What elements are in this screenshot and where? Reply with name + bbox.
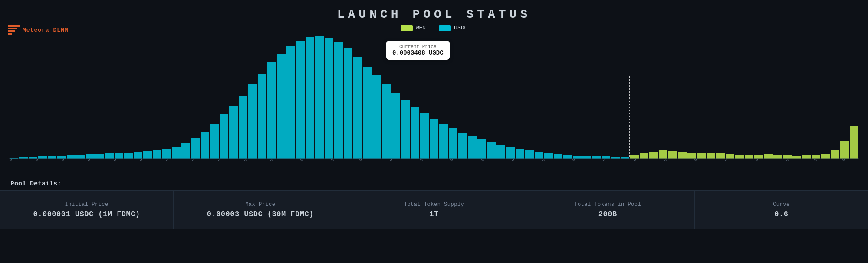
- svg-rect-20: [162, 149, 171, 159]
- svg-rect-40: [353, 57, 362, 159]
- svg-rect-48: [430, 119, 438, 159]
- svg-rect-27: [229, 106, 238, 159]
- max-price-label: Max Price: [245, 201, 275, 208]
- svg-rect-58: [525, 150, 534, 159]
- svg-rect-37: [325, 38, 333, 159]
- svg-rect-91: [840, 141, 849, 159]
- svg-rect-90: [831, 150, 839, 159]
- x-label-19: 0.0003765: [541, 159, 556, 162]
- svg-rect-56: [506, 147, 515, 159]
- tokens-in-pool-label: Total Tokens in Pool: [574, 201, 641, 208]
- x-label-25: 0.0008684: [724, 159, 739, 162]
- svg-rect-28: [239, 96, 247, 159]
- x-label-2: 0.0·353: [61, 159, 73, 162]
- x-label-0: 0.0·267: [9, 159, 21, 162]
- svg-rect-42: [372, 75, 381, 159]
- svg-rect-54: [487, 142, 496, 159]
- pool-detail-tokens-in-pool: Total Tokens in Pool 200B: [521, 191, 695, 229]
- svg-rect-18: [143, 151, 152, 159]
- pool-details-heading: Pool Details:: [0, 180, 868, 188]
- svg-rect-22: [181, 143, 190, 159]
- svg-rect-30: [258, 74, 266, 159]
- pool-detail-curve: Curve 0.6: [695, 191, 868, 229]
- svg-rect-33: [286, 46, 295, 159]
- legend-color-usdc: [439, 25, 451, 31]
- x-label-15: 0.0002156: [419, 159, 434, 162]
- svg-rect-78: [716, 153, 725, 159]
- total-supply-value: 1T: [429, 210, 438, 218]
- svg-rect-32: [277, 54, 286, 159]
- svg-rect-38: [334, 42, 343, 159]
- x-label-20: 0.0004327: [572, 159, 587, 162]
- svg-rect-13: [95, 154, 104, 159]
- x-label-13: 0.0001632: [358, 159, 374, 162]
- x-label-16: 0.0002479: [450, 159, 465, 162]
- page-title: LAUNCH POOL STATUS: [0, 0, 868, 25]
- x-label-7: 0.0·707: [191, 159, 204, 162]
- svg-rect-72: [659, 150, 667, 159]
- x-label-5: 0.0·535: [139, 159, 151, 162]
- svg-rect-60: [544, 153, 553, 159]
- pool-details-bar: Initial Price 0.000001 USDC (1M FDMC) Ma…: [0, 190, 868, 229]
- svg-rect-16: [124, 153, 133, 159]
- svg-rect-21: [172, 147, 181, 159]
- svg-rect-53: [477, 139, 486, 159]
- x-label-3: 0.0·405: [87, 159, 99, 162]
- chart-legend: WEN USDC: [0, 25, 868, 31]
- chart-area: Current Price 0.0003408 USDC: [9, 33, 859, 159]
- total-supply-label: Total Token Supply: [404, 201, 464, 208]
- svg-rect-34: [296, 41, 305, 159]
- svg-rect-55: [496, 145, 505, 159]
- svg-rect-59: [535, 152, 543, 159]
- svg-rect-0: [8, 25, 20, 27]
- curve-value: 0.6: [774, 210, 788, 218]
- svg-rect-77: [707, 153, 715, 159]
- svg-rect-75: [687, 153, 696, 159]
- usdc-bars: [10, 36, 629, 159]
- svg-rect-35: [306, 37, 314, 159]
- svg-rect-46: [411, 107, 419, 159]
- x-label-23: 0.0006572: [663, 159, 678, 162]
- wen-bars: [630, 126, 858, 159]
- x-axis-labels: 0.0·267 0.0·307 0.0·353 0.0·405 0.0·466 …: [9, 159, 859, 179]
- svg-rect-25: [210, 124, 219, 159]
- pool-detail-max-price: Max Price 0.00003 USDC (30M FDMC): [174, 191, 347, 229]
- svg-rect-47: [420, 113, 429, 159]
- legend-item-wen: WEN: [401, 25, 426, 31]
- legend-color-wen: [401, 25, 413, 31]
- svg-rect-70: [640, 153, 648, 159]
- x-label-21: 0.0004974: [602, 159, 617, 162]
- x-label-12: 0.000142: [330, 159, 344, 162]
- svg-rect-74: [678, 152, 687, 159]
- svg-rect-43: [382, 84, 391, 159]
- svg-rect-26: [220, 114, 228, 159]
- svg-rect-57: [516, 149, 524, 159]
- legend-item-usdc: USDC: [439, 25, 467, 31]
- svg-rect-71: [649, 152, 658, 159]
- pool-detail-initial-price: Initial Price 0.000001 USDC (1M FDMC): [0, 191, 174, 229]
- x-label-28: 0.001319: [813, 159, 827, 162]
- page-container: LAUNCH POOL STATUS Meteora DLMM WEN USDC: [0, 0, 868, 263]
- svg-rect-41: [363, 67, 372, 159]
- x-label-27: 0.001147: [785, 159, 799, 162]
- chart-svg: [9, 33, 859, 159]
- x-label-10: 0.0001075: [269, 159, 284, 162]
- x-label-29: 0.001516: [842, 159, 855, 162]
- x-label-17: 0.0002849: [480, 159, 496, 162]
- x-label-24: 0.0007554: [694, 159, 709, 162]
- curve-label: Curve: [773, 201, 790, 208]
- x-label-26: 0.0009982: [755, 159, 770, 162]
- x-label-11: 0.0001235: [299, 159, 315, 162]
- svg-rect-39: [344, 48, 352, 159]
- svg-rect-92: [850, 126, 858, 159]
- svg-rect-17: [134, 152, 142, 159]
- svg-rect-1: [8, 28, 17, 29]
- initial-price-value: 0.000001 USDC (1M FDMC): [33, 210, 140, 218]
- tokens-in-pool-value: 200B: [598, 210, 617, 218]
- svg-rect-76: [697, 153, 706, 159]
- x-label-14: 0.0001876: [389, 159, 404, 162]
- svg-rect-73: [668, 151, 677, 159]
- svg-rect-29: [248, 84, 257, 159]
- x-label-9: 0.0·935: [243, 159, 256, 162]
- x-label-4: 0.0·466: [113, 159, 125, 162]
